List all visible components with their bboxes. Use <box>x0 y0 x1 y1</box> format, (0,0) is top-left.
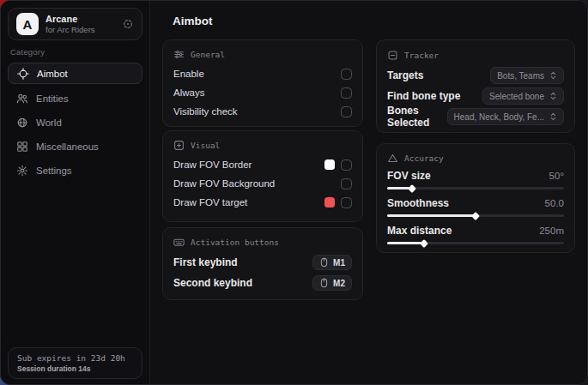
users-icon <box>16 93 28 105</box>
setting-row: First keybind M1 <box>173 252 352 273</box>
always-checkbox[interactable] <box>341 87 352 99</box>
chevrons-up-down-icon <box>549 70 557 81</box>
sidebar-item-label: Aimbot <box>37 69 68 79</box>
globe-icon <box>16 117 28 129</box>
page-title: Aimbot <box>173 15 213 27</box>
app-name: Arcane <box>45 14 115 25</box>
slider-thumb[interactable] <box>408 184 416 193</box>
slider-row: FOV size 50° <box>387 168 564 189</box>
tracker-card: Tracker Targets Bots, Teams Find bone <box>376 39 575 133</box>
general-card-header: General <box>173 47 352 62</box>
first-keybind-button[interactable]: M1 <box>312 255 352 270</box>
setting-row: Always <box>173 83 352 102</box>
setting-row: Draw FOV Border <box>173 155 352 174</box>
grid-icon <box>16 141 28 153</box>
enable-checkbox[interactable] <box>341 69 352 80</box>
visual-card: Visual Draw FOV Border Draw FOV Backgrou… <box>162 130 363 222</box>
section-title: Tracker <box>404 51 439 60</box>
tracker-card-header: Tracker <box>387 48 564 63</box>
setting-row: Draw FOV Background <box>173 174 352 193</box>
sliders-icon <box>173 49 185 60</box>
brand-card: A Arcane for Arc Riders <box>8 8 142 40</box>
smoothness-slider[interactable] <box>387 214 564 217</box>
chevrons-up-down-icon <box>549 91 557 101</box>
slider-thumb[interactable] <box>471 212 480 220</box>
keyboard-icon <box>173 237 185 248</box>
sidebar-item-label: World <box>36 117 62 128</box>
sidebar: A Arcane for Arc Riders Category <box>1 1 150 384</box>
accuracy-card: Accuracy FOV size 50° Smoothness <box>376 143 575 253</box>
sidebar-item-settings[interactable]: Settings <box>8 161 142 180</box>
gear-icon <box>16 165 28 177</box>
chevrons-up-down-icon <box>549 111 557 122</box>
setting-row: Visibility check <box>173 102 352 121</box>
slider-row: Max distance 250m <box>387 223 564 244</box>
sidebar-item-label: Entities <box>36 93 69 104</box>
targets-select[interactable]: Bots, Teams <box>490 67 564 84</box>
setting-row: Enable <box>173 64 352 83</box>
second-keybind-button[interactable]: M2 <box>312 275 352 291</box>
plus-square-icon <box>173 140 185 151</box>
mouse-icon <box>319 278 329 288</box>
activation-card: Activation buttons First keybind M1 S <box>162 227 363 300</box>
crosshair-icon <box>17 68 29 80</box>
main-content: Aimbot General Enable <box>150 1 587 384</box>
smoothness-value: 50.0 <box>545 198 564 208</box>
fov-target-color-swatch[interactable] <box>324 197 335 208</box>
setting-row: Find bone type Selected bone <box>387 86 564 106</box>
section-title: General <box>191 50 225 59</box>
app-subtitle: for Arc Riders <box>45 25 115 34</box>
setting-row: Draw FOV target <box>173 193 352 212</box>
setting-row: Targets Bots, Teams <box>387 65 564 86</box>
section-title: Accuracy <box>404 153 444 163</box>
sub-expiry-text: Sub expires in 23d 20h <box>17 353 133 363</box>
activation-card-header: Activation buttons <box>173 235 352 250</box>
sidebar-item-label: Settings <box>36 165 72 176</box>
section-title: Visual <box>191 141 220 150</box>
triangle-icon <box>387 153 398 164</box>
brand-text: Arcane for Arc Riders <box>45 14 115 34</box>
sidebar-item-world[interactable]: World <box>8 113 142 132</box>
category-label: Category <box>10 47 45 57</box>
max-distance-value: 250m <box>539 226 564 236</box>
draw-fov-background-checkbox[interactable] <box>341 178 352 189</box>
fov-size-value: 50° <box>549 171 564 181</box>
app-logo: A <box>16 13 39 35</box>
visibility-check-checkbox[interactable] <box>341 106 352 117</box>
sync-icon[interactable] <box>122 18 134 30</box>
accuracy-card-header: Accuracy <box>387 151 564 165</box>
fov-border-color-swatch[interactable] <box>324 159 335 170</box>
slider-row: Smoothness 50.0 <box>387 196 564 217</box>
setting-row: Bones Selected Head, Neck, Body, Fe... <box>387 106 564 127</box>
setting-row: Second keybind M2 <box>173 273 352 293</box>
subscription-card: Sub expires in 23d 20h Session duration … <box>8 347 142 379</box>
bones-selected-select[interactable]: Head, Neck, Body, Fe... <box>447 108 564 125</box>
general-card: General Enable Always Visibility check <box>162 39 363 127</box>
section-title: Activation buttons <box>191 238 279 247</box>
desktop-background: A Arcane for Arc Riders Category <box>0 0 588 385</box>
session-duration-text: Session duration 14s <box>17 364 133 373</box>
mouse-icon <box>319 257 329 268</box>
draw-fov-border-checkbox[interactable] <box>341 159 352 171</box>
bone-type-select[interactable]: Selected bone <box>482 87 564 105</box>
max-distance-slider[interactable] <box>387 242 564 244</box>
slider-thumb[interactable] <box>420 239 428 248</box>
sidebar-item-aimbot[interactable]: Aimbot <box>8 63 142 84</box>
sidebar-item-miscellaneous[interactable]: Miscellaneous <box>8 137 142 156</box>
scan-icon <box>387 50 398 61</box>
sidebar-item-label: Miscellaneous <box>36 141 99 152</box>
sidebar-item-entities[interactable]: Entities <box>8 89 142 108</box>
visual-card-header: Visual <box>173 138 352 153</box>
app-window: A Arcane for Arc Riders Category <box>0 0 588 385</box>
draw-fov-target-checkbox[interactable] <box>341 197 352 208</box>
fov-size-slider[interactable] <box>387 187 564 189</box>
